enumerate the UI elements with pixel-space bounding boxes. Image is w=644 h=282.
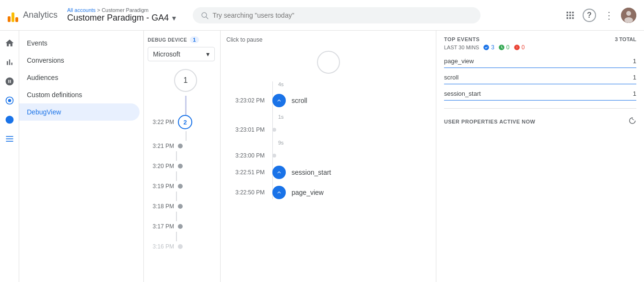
event-center-section: 4s 3:23:02 PM scroll 1s (226, 81, 430, 199)
nav-reports-icon[interactable] (1, 54, 18, 71)
svg-rect-5 (567, 14, 568, 16)
event-list-item-pageview[interactable]: page_view 1 (444, 55, 636, 68)
total-badge: 3 TOTAL (615, 36, 636, 42)
interval-4s: 4s (278, 81, 284, 87)
event-list-item-scroll[interactable]: scroll 1 (444, 71, 636, 84)
event-empty-dot (272, 128, 276, 132)
svg-rect-17 (6, 141, 13, 142)
nav-configure-icon[interactable] (1, 111, 18, 128)
event-count-pageview: 1 (633, 57, 636, 65)
timeline-time-1: 3:22 PM (148, 119, 174, 125)
event-row-page-view: 3:22:50 PM page_view (226, 186, 430, 199)
timeline-time-6: 3:17 PM (148, 223, 174, 230)
svg-rect-8 (567, 17, 568, 19)
nav-home-icon[interactable] (1, 34, 18, 52)
help-button[interactable]: ? (583, 9, 596, 22)
timeline-top-circle: 1 (174, 69, 197, 92)
event-name-pageview: page_view (444, 57, 474, 65)
svg-rect-4 (572, 11, 574, 13)
debug-device-label: DEBUG DEVICE 1 (148, 36, 216, 43)
counter-orange: ! 0 (514, 44, 525, 51)
timeline-time-5: 3:18 PM (148, 203, 174, 210)
user-props-header: USER PROPERTIES ACTIVE NOW (444, 116, 636, 127)
more-button[interactable]: ⋮ (600, 7, 617, 24)
nav-list-icon[interactable] (1, 130, 18, 147)
timeline-dot-6 (178, 244, 183, 249)
timeline-event-circle[interactable]: 2 (178, 115, 192, 129)
svg-rect-16 (6, 138, 13, 139)
svg-rect-6 (569, 14, 571, 16)
event-list-item-session[interactable]: session_start 1 (444, 87, 636, 101)
event-time-323010: 3:23:01 PM (226, 126, 265, 133)
svg-line-1 (206, 17, 208, 19)
timeline-time-2: 3:21 PM (148, 143, 174, 149)
event-icon-pageview[interactable] (272, 186, 286, 199)
search-icon (200, 11, 209, 20)
sidebar-item-conversions[interactable]: Conversions (19, 52, 143, 69)
apps-button[interactable] (562, 7, 579, 24)
event-panel: Click to pause 4s 3:23:02 PM (221, 31, 436, 282)
search-input[interactable] (212, 11, 473, 19)
top-events-title: TOP EVENTS (444, 36, 480, 42)
timeline-panel: DEBUG DEVICE 1 Microsoft ▾ 1 (144, 31, 221, 282)
svg-point-13 (624, 17, 633, 23)
nav-advertising-icon[interactable] (1, 92, 18, 109)
breadcrumb: All accounts > Customer Paradigm (67, 7, 177, 13)
device-select[interactable]: Microsoft ▾ (148, 47, 215, 61)
sidebar: Events Conversions Audiences Custom defi… (19, 31, 144, 282)
pause-label[interactable]: Click to pause (226, 36, 430, 43)
event-time-scroll: 3:23:02 PM (226, 97, 265, 104)
timeline-row: 3:19 PM (148, 183, 216, 190)
main-layout: Events Conversions Audiences Custom defi… (0, 31, 644, 282)
event-time-session: 3:22:51 PM (226, 169, 265, 176)
device-dropdown-icon: ▾ (206, 50, 210, 58)
property-dropdown-icon: ▼ (171, 14, 177, 22)
nav-explore-icon[interactable] (1, 73, 18, 90)
event-time-323000: 3:23:00 PM (226, 152, 265, 159)
event-icon-session[interactable] (272, 166, 286, 179)
event-icon-scroll[interactable] (272, 94, 286, 107)
event-label-pageview: page_view (292, 189, 324, 196)
header-icons: ? ⋮ (562, 7, 636, 24)
history-icon[interactable] (628, 116, 636, 127)
divider (444, 108, 636, 109)
avatar[interactable] (621, 8, 636, 23)
last-30-mins: LAST 30 MINS 3 0 ! 0 (444, 44, 636, 51)
event-count-scroll: 1 (633, 74, 636, 81)
event-top-circle (317, 51, 340, 74)
timeline-dot-1 (178, 144, 183, 148)
event-row-3230000: 3:23:00 PM (226, 152, 430, 159)
sidebar-item-audiences[interactable]: Audiences (19, 69, 143, 86)
timeline-row: 3:16 PM (148, 243, 216, 250)
debug-device-badge: 1 (190, 36, 199, 43)
svg-rect-10 (572, 17, 574, 19)
event-label-session: session_start (292, 169, 331, 176)
property-title[interactable]: Customer Paradigm - GA4 ▼ (67, 13, 177, 23)
event-row-3230100: 3:23:01 PM (226, 126, 430, 133)
timeline-dot-4 (178, 204, 183, 209)
event-time-pageview: 3:22:50 PM (226, 189, 265, 196)
timeline-time-7: 3:16 PM (148, 243, 174, 250)
sidebar-item-custom-definitions[interactable]: Custom definitions (19, 86, 143, 103)
svg-point-18 (483, 45, 489, 50)
analytics-logo (8, 9, 18, 22)
event-name-scroll: scroll (444, 74, 458, 81)
app-title: Analytics (23, 10, 58, 20)
sidebar-item-debugview[interactable]: DebugView (19, 103, 140, 121)
counter-blue: 3 (483, 44, 494, 51)
timeline-dot-3 (178, 184, 183, 189)
icon-nav (0, 31, 19, 282)
interval-9s: 9s (278, 140, 284, 146)
content: DEBUG DEVICE 1 Microsoft ▾ 1 (144, 31, 644, 282)
interval-1s: 1s (278, 114, 284, 120)
svg-rect-9 (569, 17, 571, 19)
timeline-row: 3:17 PM (148, 223, 216, 230)
counter-green: 0 (498, 44, 510, 51)
timeline-dot-5 (178, 224, 183, 229)
sidebar-item-events[interactable]: Events (19, 34, 143, 52)
search-bar[interactable] (193, 7, 480, 23)
event-empty-dot-2 (272, 154, 276, 158)
top-events-header: TOP EVENTS 3 TOTAL (444, 36, 636, 42)
event-count-session: 1 (633, 90, 636, 97)
breadcrumb-link[interactable]: All accounts (67, 7, 95, 13)
